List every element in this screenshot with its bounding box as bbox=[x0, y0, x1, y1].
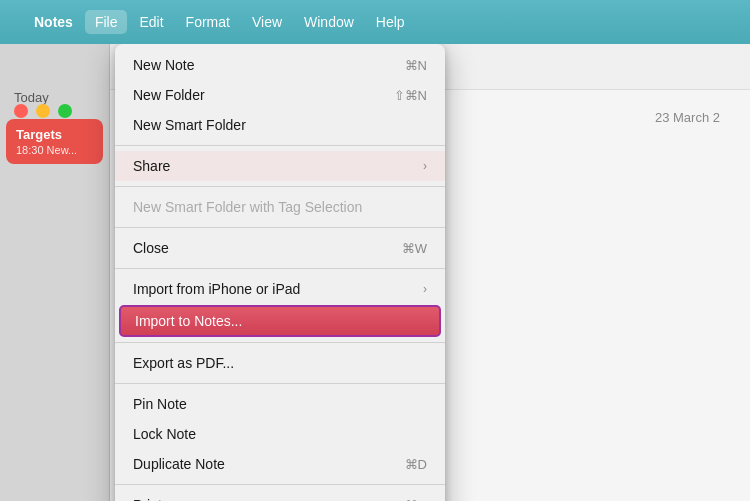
menu-item-new-smart-folder-tag: New Smart Folder with Tag Selection bbox=[115, 192, 445, 222]
print-shortcut: ⌘P bbox=[405, 498, 427, 502]
import-iphone-label: Import from iPhone or iPad bbox=[133, 281, 300, 297]
menu-format[interactable]: Format bbox=[176, 10, 240, 34]
separator-2 bbox=[115, 186, 445, 187]
new-smart-folder-label: New Smart Folder bbox=[133, 117, 246, 133]
share-label: Share bbox=[133, 158, 170, 174]
new-folder-label: New Folder bbox=[133, 87, 205, 103]
menu-item-print[interactable]: Print... ⌘P bbox=[115, 490, 445, 501]
menu-item-close[interactable]: Close ⌘W bbox=[115, 233, 445, 263]
import-iphone-arrow-icon: › bbox=[423, 282, 427, 296]
menu-item-import-notes[interactable]: Import to Notes... bbox=[119, 305, 441, 337]
separator-1 bbox=[115, 145, 445, 146]
new-smart-folder-tag-label: New Smart Folder with Tag Selection bbox=[133, 199, 362, 215]
menubar: Notes File Edit Format View Window Help bbox=[0, 0, 750, 44]
file-menu: New Note ⌘N New Folder ⇧⌘N New Smart Fol… bbox=[115, 44, 445, 501]
menu-file[interactable]: File bbox=[85, 10, 128, 34]
menu-notes[interactable]: Notes bbox=[24, 10, 83, 34]
export-pdf-label: Export as PDF... bbox=[133, 355, 234, 371]
dropdown-overlay: New Note ⌘N New Folder ⇧⌘N New Smart Fol… bbox=[0, 44, 750, 501]
separator-7 bbox=[115, 484, 445, 485]
lock-note-label: Lock Note bbox=[133, 426, 196, 442]
new-folder-shortcut: ⇧⌘N bbox=[394, 88, 427, 103]
new-note-label: New Note bbox=[133, 57, 194, 73]
duplicate-note-label: Duplicate Note bbox=[133, 456, 225, 472]
menu-item-new-smart-folder[interactable]: New Smart Folder bbox=[115, 110, 445, 140]
separator-3 bbox=[115, 227, 445, 228]
new-note-shortcut: ⌘N bbox=[405, 58, 427, 73]
menu-item-export-pdf[interactable]: Export as PDF... bbox=[115, 348, 445, 378]
menu-items: Notes File Edit Format View Window Help bbox=[24, 10, 415, 34]
duplicate-note-shortcut: ⌘D bbox=[405, 457, 427, 472]
menu-help[interactable]: Help bbox=[366, 10, 415, 34]
menu-view[interactable]: View bbox=[242, 10, 292, 34]
menu-item-new-note[interactable]: New Note ⌘N bbox=[115, 50, 445, 80]
menu-item-share[interactable]: Share › bbox=[115, 151, 445, 181]
pin-note-label: Pin Note bbox=[133, 396, 187, 412]
close-label: Close bbox=[133, 240, 169, 256]
separator-6 bbox=[115, 383, 445, 384]
separator-4 bbox=[115, 268, 445, 269]
menu-item-pin-note[interactable]: Pin Note bbox=[115, 389, 445, 419]
menu-item-duplicate-note[interactable]: Duplicate Note ⌘D bbox=[115, 449, 445, 479]
menu-edit[interactable]: Edit bbox=[129, 10, 173, 34]
menu-item-lock-note[interactable]: Lock Note bbox=[115, 419, 445, 449]
import-notes-label: Import to Notes... bbox=[135, 313, 242, 329]
menu-window[interactable]: Window bbox=[294, 10, 364, 34]
close-shortcut: ⌘W bbox=[402, 241, 427, 256]
menu-item-new-folder[interactable]: New Folder ⇧⌘N bbox=[115, 80, 445, 110]
menu-item-import-iphone[interactable]: Import from iPhone or iPad › bbox=[115, 274, 445, 304]
share-arrow-icon: › bbox=[423, 159, 427, 173]
print-label: Print... bbox=[133, 497, 173, 501]
separator-5 bbox=[115, 342, 445, 343]
